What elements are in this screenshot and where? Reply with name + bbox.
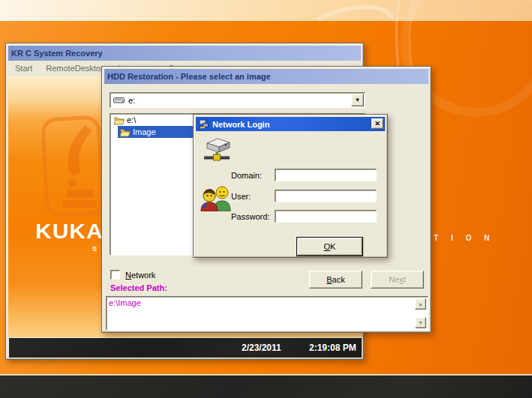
users-icon xyxy=(200,184,233,211)
password-label: Password: xyxy=(231,212,269,221)
close-icon: ✕ xyxy=(374,120,380,127)
selected-path-textbox[interactable]: e:\Image ▲ ▼ xyxy=(106,296,428,331)
chevron-down-icon: ▼ xyxy=(355,97,361,103)
hdd-dialog-titlebar[interactable]: HDD Restoration - Please select an image xyxy=(104,69,428,84)
ok-button[interactable]: OK xyxy=(297,238,362,256)
user-label: User: xyxy=(231,192,251,201)
selected-path-label: Selected Path: xyxy=(110,283,167,292)
combobox-dropdown-button[interactable]: ▼ xyxy=(351,94,364,106)
drive-combobox[interactable]: e: ▼ xyxy=(110,92,365,108)
statusbar-date: 2/23/2011 xyxy=(242,338,281,358)
back-button[interactable]: Back xyxy=(309,271,362,289)
recovery-window-title: KR C System Recovery xyxy=(11,49,103,58)
domain-label: Domain: xyxy=(231,171,262,180)
list-item-label: Image xyxy=(133,127,156,136)
statusbar-time: 2:19:08 PM xyxy=(309,338,356,358)
password-input[interactable] xyxy=(275,210,377,223)
login-titlebar[interactable]: Network Login ✕ xyxy=(196,117,385,131)
network-login-dialog: Network Login ✕ Domain: xyxy=(193,114,388,258)
network-drive-icon xyxy=(203,136,233,164)
network-checkbox[interactable] xyxy=(110,270,120,280)
drive-combobox-value: e: xyxy=(128,96,135,105)
arrow-up-icon: ▲ xyxy=(418,301,423,307)
menu-start[interactable]: Start xyxy=(8,64,39,73)
kuka-robot-graphic xyxy=(38,112,107,224)
close-button[interactable]: ✕ xyxy=(371,118,383,129)
drive-icon xyxy=(113,96,125,104)
next-button[interactable]: Next xyxy=(371,271,424,289)
scroll-down-button[interactable]: ▼ xyxy=(415,317,426,328)
arrow-down-icon: ▼ xyxy=(418,320,423,325)
folder-open-icon xyxy=(113,115,125,125)
network-checkbox-label[interactable]: Network xyxy=(125,271,155,280)
hdd-dialog-title: HDD Restoration - Please select an image xyxy=(107,72,271,81)
network-icon xyxy=(199,119,209,129)
domain-input[interactable] xyxy=(275,169,377,181)
list-item-label: e:\ xyxy=(127,115,136,124)
recovery-titlebar[interactable]: KR C System Recovery xyxy=(8,46,361,61)
wallpaper-tagline-fragment: T I O N xyxy=(434,234,494,242)
user-input[interactable] xyxy=(275,190,377,202)
kuka-logo: KUKA xyxy=(35,219,104,243)
screen: T I O N KR C System Recovery Start Remot… xyxy=(0,0,532,398)
desktop-bottom-strip xyxy=(0,374,532,398)
folder-open-icon xyxy=(119,127,131,137)
scroll-up-button[interactable]: ▲ xyxy=(415,298,426,310)
login-dialog-title: Network Login xyxy=(212,120,269,129)
selected-path-value: e:\Image xyxy=(109,298,141,307)
recovery-statusbar: 2/23/2011 2:19:08 PM xyxy=(8,337,362,358)
